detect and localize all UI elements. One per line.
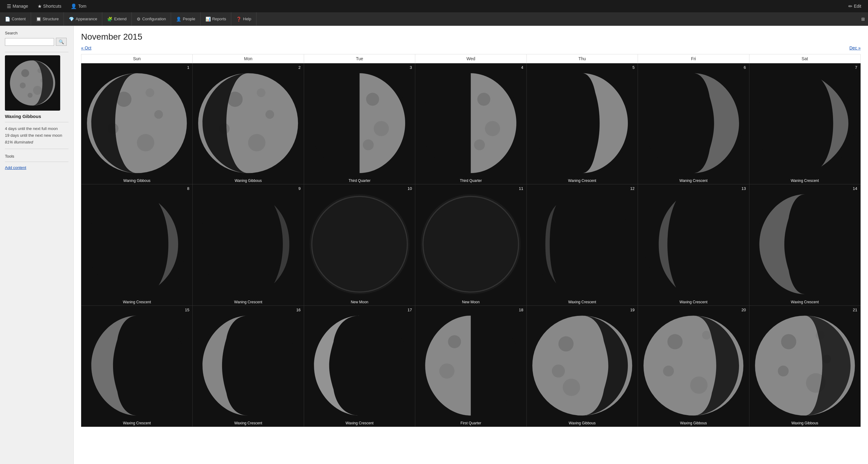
phase-label: New Moon <box>304 300 415 304</box>
search-button[interactable]: 🔍 <box>56 38 67 46</box>
day-number: 9 <box>297 185 303 192</box>
calendar-day[interactable]: 8 Waning Crescent <box>82 184 193 306</box>
nav-content[interactable]: 📄 Content <box>0 12 31 26</box>
phase-label: New Moon <box>415 300 526 304</box>
page-title: November 2015 <box>81 32 861 42</box>
shortcuts-button[interactable]: ★ Shortcuts <box>34 0 65 12</box>
calendar-day[interactable]: 2 Waning Gibbous <box>193 63 304 184</box>
phase-label: Waxing Crescent <box>749 300 860 304</box>
day-number: 16 <box>294 307 302 313</box>
day-number: 14 <box>851 185 859 192</box>
add-content-link[interactable]: Add content <box>5 165 26 170</box>
moon-phase-svg <box>8 58 57 108</box>
phase-label: Waning Crescent <box>749 178 860 183</box>
main-content: November 2015 « Oct Dec » Sun Mon Tue We… <box>74 26 868 464</box>
svg-point-52 <box>663 366 674 376</box>
nav-reports[interactable]: 📊 Reports <box>200 12 231 26</box>
calendar-day[interactable]: 14 Waxing Crescent <box>749 184 860 306</box>
day-number: 2 <box>297 64 303 71</box>
tools-label: Tools <box>5 154 68 158</box>
day-number: 7 <box>853 64 859 71</box>
nav-appearance[interactable]: 💎 Appearance <box>64 12 102 26</box>
phase-label: Waning Gibbous <box>193 178 304 183</box>
calendar-day[interactable]: 5 Waning Crescent <box>526 63 638 184</box>
search-input[interactable] <box>5 38 54 46</box>
svg-point-5 <box>28 93 33 98</box>
calendar-day[interactable]: 7 Waning Crescent <box>749 63 860 184</box>
nav-people[interactable]: 👤 People <box>171 12 200 26</box>
nav-structure[interactable]: 🔲 Structure <box>31 12 64 26</box>
calendar-day[interactable]: 20 Waxing Gibbous <box>638 306 749 427</box>
calendar-day[interactable]: 18 First Quarter <box>415 306 526 427</box>
phase-label: Waning Crescent <box>193 300 304 304</box>
svg-point-12 <box>154 110 163 119</box>
moon-phase-name: Waxing Gibbous <box>5 114 68 119</box>
moon-info: 4 days until the next full moon 19 days … <box>5 125 68 146</box>
user-button[interactable]: 👤 Tom <box>67 0 90 12</box>
svg-point-46 <box>558 336 574 351</box>
phase-label: Waxing Gibbous <box>749 421 860 425</box>
svg-point-43 <box>448 335 461 348</box>
reports-icon: 📊 <box>206 17 211 22</box>
col-sat: Sat <box>749 54 860 63</box>
svg-point-21 <box>373 121 389 136</box>
calendar-day[interactable]: 1 Waning Gibbous <box>82 63 193 184</box>
calendar-day[interactable]: 17 Waxing Crescent <box>304 306 415 427</box>
sidebar: Search 🔍 <box>0 26 74 464</box>
col-mon: Mon <box>193 54 304 63</box>
svg-point-32 <box>310 195 409 294</box>
calendar-day[interactable]: 9 Waning Crescent <box>193 184 304 306</box>
svg-point-3 <box>20 82 26 88</box>
day-number: 5 <box>630 64 637 71</box>
svg-point-24 <box>477 93 490 106</box>
phase-label: Third Quarter <box>304 178 415 183</box>
top-nav-bar: ☰ Manage ★ Shortcuts 👤 Tom ✏ Edit <box>0 0 868 12</box>
star-icon: ★ <box>37 3 42 9</box>
calendar-day[interactable]: 11 New Moon <box>415 184 526 306</box>
calendar-day[interactable]: 3 Third Quarter <box>304 63 415 184</box>
nav-help[interactable]: ❓ Help <box>231 12 256 26</box>
manage-button[interactable]: ☰ Manage <box>3 0 32 12</box>
calendar-day[interactable]: 16 Waxing Crescent <box>193 306 304 427</box>
search-box: 🔍 <box>5 38 68 46</box>
calendar-day[interactable]: 6 Waning Crescent <box>638 63 749 184</box>
user-icon: 👤 <box>71 3 77 9</box>
search-section: Search 🔍 <box>5 31 68 46</box>
svg-point-9 <box>146 88 154 97</box>
svg-point-55 <box>781 334 796 349</box>
content-icon: 📄 <box>5 17 10 22</box>
people-icon: 👤 <box>176 17 181 22</box>
phase-label: Waning Crescent <box>527 178 638 183</box>
day-number: 21 <box>851 307 859 313</box>
help-icon: ❓ <box>236 17 241 22</box>
calendar-day[interactable]: 12 Waxing Crescent <box>526 184 638 306</box>
prev-month-link[interactable]: « Oct <box>81 46 91 50</box>
day-number: 12 <box>628 185 637 192</box>
calendar-day[interactable]: 19 Waxing Gibbous <box>526 306 638 427</box>
calendar-day[interactable]: 13 Waxing Crescent <box>638 184 749 306</box>
svg-point-11 <box>137 134 155 151</box>
col-wed: Wed <box>415 54 526 63</box>
calendar-day[interactable]: 15 Waxing Crescent <box>82 306 193 427</box>
phase-label: Waxing Crescent <box>638 300 749 304</box>
phase-label: Waxing Crescent <box>82 421 192 425</box>
calendar-day[interactable]: 4 Third Quarter <box>415 63 526 184</box>
nav-configuration[interactable]: ⚙ Configuration <box>132 12 171 26</box>
svg-point-44 <box>439 364 454 379</box>
calendar-day[interactable]: 21 Waxing Gibbous <box>749 306 860 427</box>
nav-extend[interactable]: 🧩 Extend <box>102 12 131 26</box>
col-thu: Thu <box>526 54 638 63</box>
config-icon: ⚙ <box>137 17 141 22</box>
extend-icon: 🧩 <box>107 17 113 22</box>
svg-point-17 <box>248 134 266 151</box>
next-month-link[interactable]: Dec » <box>849 46 861 50</box>
svg-point-1 <box>21 69 29 77</box>
svg-point-47 <box>552 365 564 377</box>
svg-point-57 <box>778 366 788 376</box>
phase-label: Waning Crescent <box>82 300 192 304</box>
moon-image <box>5 55 60 111</box>
edit-button[interactable]: ✏ Edit <box>845 0 865 12</box>
day-number: 13 <box>740 185 748 192</box>
calendar-day[interactable]: 10 New Moon <box>304 184 415 306</box>
pencil-icon: ✏ <box>848 3 852 9</box>
